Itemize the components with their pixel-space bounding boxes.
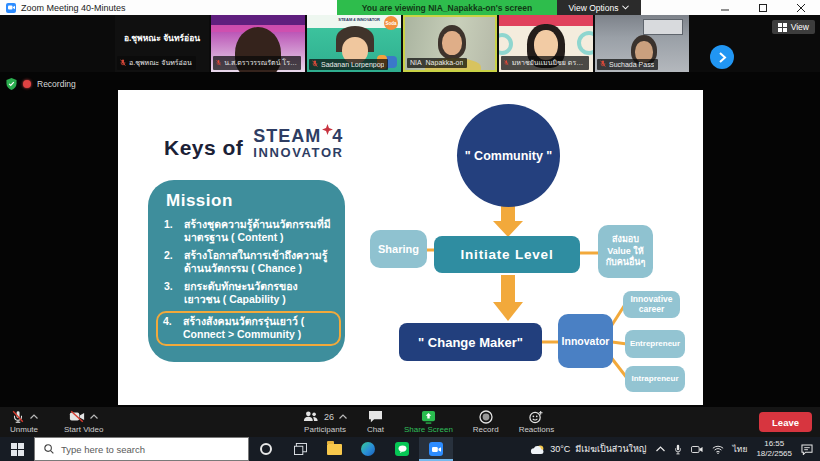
zoom-meeting-window: Zoom Meeting 40-Minutes You are viewing …	[0, 0, 820, 461]
taskbar-clock[interactable]: 16:55 18/2/2565	[756, 439, 792, 459]
chevron-up-icon[interactable]	[30, 414, 38, 419]
weather-desc: มีเมฆเป็นส่วนใหญ่	[575, 442, 646, 456]
chevron-up-icon[interactable]	[90, 414, 98, 419]
window-controls	[706, 0, 820, 15]
audio-video-controls: Unmute Start Video	[10, 409, 103, 434]
mission-box: Mission 1. สร้างชุดความรู้ด้านนวัตกรรมที…	[148, 180, 345, 362]
entrepreneur-node: Entrepreneur	[625, 330, 685, 358]
zoom-logo-icon	[6, 3, 16, 13]
reactions-button[interactable]: Reactions	[519, 409, 555, 434]
tray-expand-chevron-icon[interactable]	[656, 446, 665, 452]
presentation-slide: Keys of STEAM 4 INNOVATOR Mission 1. สร้…	[118, 90, 703, 405]
slide-title: Keys of STEAM 4 INNOVATOR	[164, 126, 344, 160]
titlebar-left: Zoom Meeting 40-Minutes	[6, 0, 126, 15]
mission-item-4-highlighted: 4. สร้างสังคมนวัตกรรุ่นเยาว์ ( Connect >…	[156, 311, 341, 346]
windows-taskbar: Type here to search 30°C มีเมฆเป็นส่วนให…	[0, 437, 820, 461]
language-indicator[interactable]: ไทย	[733, 442, 748, 456]
slide-title-prefix: Keys of	[164, 136, 243, 160]
logo-steam-text: STEAM	[253, 126, 321, 147]
innovator-node: Innovator	[558, 314, 613, 368]
participant-name-tag: Suchada Pass	[597, 59, 658, 70]
edge-browser-button[interactable]	[351, 437, 385, 461]
recording-label: Recording	[37, 79, 76, 89]
participants-icon	[303, 410, 319, 423]
screen-share-banner: You are viewing NIA_Napakka-on's screen	[337, 0, 557, 15]
chevron-up-icon[interactable]	[339, 414, 347, 419]
initiate-level-node: Initiate Level	[434, 236, 580, 273]
file-explorer-button[interactable]	[317, 437, 351, 461]
participant-name-tag: มหาชยันแมนมิชย ดร.อมรรัช...	[501, 56, 589, 70]
action-center-icon[interactable]	[801, 444, 813, 455]
shared-screen-area: Recording Keys of STEAM 4 INNOVATOR Miss…	[0, 72, 820, 407]
muted-mic-icon	[216, 59, 221, 67]
muted-mic-icon	[120, 59, 126, 67]
share-screen-button[interactable]: Share Screen	[404, 409, 453, 434]
steam4-innovator-logo: STEAM 4 INNOVATOR	[253, 126, 343, 160]
logo-innovator-text: INNOVATOR	[253, 145, 343, 160]
participant-thumbnails: อ.ชุพหณะ จันทร์อ่อน อ.ชุพหณะ จันทร์อ่อน …	[115, 15, 689, 72]
network-wifi-icon[interactable]	[712, 445, 724, 454]
participant-display-name: อ.ชุพหณะ จันทร์อ่อน	[115, 31, 209, 45]
change-maker-node: " Change Maker"	[399, 323, 542, 361]
tray-mic-icon[interactable]	[674, 444, 682, 455]
system-tray: 30°C มีเมฆเป็นส่วนใหญ่ ไทย 16:55 18/2/25…	[530, 439, 820, 459]
minimize-button[interactable]	[706, 0, 744, 15]
view-options-button[interactable]: View Options	[557, 0, 641, 15]
muted-mic-icon	[312, 60, 318, 68]
grid-icon	[778, 23, 787, 32]
view-layout-button[interactable]: View	[772, 20, 815, 34]
avatar	[442, 31, 462, 55]
zoom-app-button[interactable]	[419, 437, 453, 461]
zoom-toolbar: Unmute Start Video 26 Participants	[0, 407, 820, 437]
start-video-button[interactable]: Start Video	[64, 409, 103, 434]
soda-badge: Soda	[384, 16, 398, 30]
video-off-icon	[69, 410, 85, 423]
participant-name-tag: น.ส.ดราวรรณรัตน์ โรจน์ใ...	[213, 56, 301, 70]
search-input[interactable]: Type here to search	[34, 437, 249, 461]
clock-date: 18/2/2565	[756, 449, 792, 459]
participant-tile-5[interactable]: มหาชยันแมนมิชย ดร.อมรรัช...	[499, 15, 593, 72]
record-button[interactable]: Record	[473, 409, 499, 434]
search-placeholder: Type here to search	[61, 444, 145, 455]
weather-widget[interactable]: 30°C มีเมฆเป็นส่วนใหญ่	[530, 442, 646, 456]
participant-tile-3[interactable]: STEAM 4 INNOVATOR Soda Sadanan Lorpenpop	[307, 15, 401, 72]
deliver-value-node: ส่งมอบ Value ให้ กับคนอื่นๆ	[598, 225, 653, 278]
start-button[interactable]	[0, 437, 34, 461]
task-view-button[interactable]	[283, 437, 317, 461]
mission-item-1: 1. สร้างชุดความรู้ด้านนวัตกรรมที่มีมาตรฐ…	[164, 218, 333, 245]
cortana-button[interactable]	[249, 437, 283, 461]
participant-name-tag: NIA_Napakka-on	[407, 58, 467, 68]
line-app-button[interactable]	[385, 437, 419, 461]
chat-icon	[368, 410, 383, 423]
chat-button[interactable]: Chat	[367, 409, 384, 434]
view-label: View	[791, 22, 809, 32]
participant-tile-1[interactable]: อ.ชุพหณะ จันทร์อ่อน อ.ชุพหณะ จันทร์อ่อน	[115, 15, 209, 72]
muted-mic-icon	[504, 59, 509, 67]
windows-logo-icon	[11, 443, 24, 456]
leave-button[interactable]: Leave	[759, 412, 812, 432]
muted-mic-icon	[11, 410, 25, 424]
participants-count: 26	[324, 412, 334, 422]
next-participants-button[interactable]	[710, 45, 734, 69]
participant-tile-4-active-speaker[interactable]: NIA_Napakka-on	[403, 15, 497, 72]
record-icon	[479, 410, 493, 424]
participant-tile-2[interactable]: น.ส.ดราวรรณรัตน์ โรจน์ใ...	[211, 15, 305, 72]
folder-icon	[327, 444, 342, 455]
muted-mic-icon	[600, 60, 606, 68]
maximize-button[interactable]	[744, 0, 782, 15]
window-titlebar: Zoom Meeting 40-Minutes You are viewing …	[0, 0, 820, 15]
participant-tile-6[interactable]: Suchada Pass	[595, 15, 689, 72]
mission-item-3: 3. ยกระดับทักษะนวัตกรของเยาวชน ( Capabil…	[164, 280, 333, 307]
zoom-taskbar-icon	[429, 442, 443, 456]
clock-time: 16:55	[756, 439, 792, 449]
share-screen-icon	[421, 410, 436, 424]
participant-name-tag: Sadanan Lorpenpop	[309, 59, 388, 70]
recording-dot-icon	[23, 80, 31, 88]
cloud-icon	[530, 444, 545, 455]
unmute-button[interactable]: Unmute	[10, 409, 38, 434]
tray-camera-icon[interactable]	[691, 445, 703, 454]
participant-name-tag: อ.ชุพหณะ จันทร์อ่อน	[117, 56, 196, 70]
participants-button[interactable]: 26 Participants	[303, 409, 347, 434]
close-button[interactable]	[782, 0, 820, 15]
video-strip: อ.ชุพหณะ จันทร์อ่อน อ.ชุพหณะ จันทร์อ่อน …	[0, 15, 820, 72]
